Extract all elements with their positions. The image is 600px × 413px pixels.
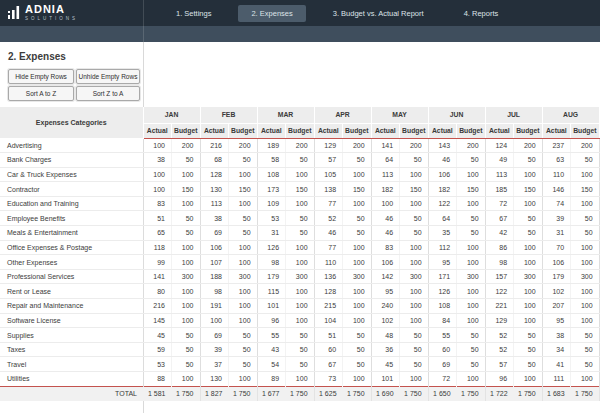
value-cell[interactable]: 57 [314,153,343,168]
value-cell[interactable]: 50 [514,226,543,241]
value-cell[interactable]: 74 [542,196,571,211]
value-cell[interactable]: 207 [542,299,571,314]
value-cell[interactable]: 50 [172,153,201,168]
value-cell[interactable]: 129 [314,138,343,153]
value-cell[interactable]: 100 [343,284,372,299]
value-cell[interactable]: 50 [343,211,372,226]
value-cell[interactable]: 106 [542,255,571,270]
value-cell[interactable]: 300 [286,269,315,284]
value-cell[interactable]: 150 [571,182,600,197]
value-cell[interactable]: 106 [428,167,457,182]
value-cell[interactable]: 108 [428,299,457,314]
value-cell[interactable]: 179 [542,269,571,284]
category-cell[interactable]: Taxes [0,342,143,357]
value-cell[interactable]: 100 [343,313,372,328]
value-cell[interactable]: 300 [172,269,201,284]
value-cell[interactable]: 50 [343,357,372,372]
value-cell[interactable]: 50 [229,357,258,372]
value-cell[interactable]: 45 [143,328,172,343]
value-cell[interactable]: 34 [542,342,571,357]
value-cell[interactable]: 46 [371,226,400,241]
nav-tab-3[interactable]: 3. Budget vs. Actual Report [320,5,437,22]
value-cell[interactable]: 100 [371,196,400,211]
unhide-empty-rows-button[interactable]: Unhide Empty Rows [76,69,140,84]
value-cell[interactable]: 100 [229,240,258,255]
value-cell[interactable]: 128 [314,284,343,299]
value-cell[interactable]: 50 [286,328,315,343]
value-cell[interactable]: 50 [172,226,201,241]
value-cell[interactable]: 100 [172,284,201,299]
value-cell[interactable]: 102 [542,284,571,299]
value-cell[interactable]: 300 [229,269,258,284]
category-cell[interactable]: Utilities [0,372,143,387]
value-cell[interactable]: 50 [400,211,429,226]
value-cell[interactable]: 50 [172,211,201,226]
value-cell[interactable]: 122 [485,284,514,299]
value-cell[interactable]: 100 [172,196,201,211]
value-cell[interactable]: 100 [571,284,600,299]
value-cell[interactable]: 37 [200,357,229,372]
value-cell[interactable]: 100 [286,240,315,255]
value-cell[interactable]: 150 [343,182,372,197]
category-cell[interactable]: Meals & Entertainment [0,226,143,241]
value-cell[interactable]: 111 [542,372,571,387]
value-cell[interactable]: 104 [314,313,343,328]
value-cell[interactable]: 95 [371,284,400,299]
value-cell[interactable]: 58 [257,153,286,168]
value-cell[interactable]: 59 [143,342,172,357]
value-cell[interactable]: 173 [257,182,286,197]
value-cell[interactable]: 100 [514,167,543,182]
value-cell[interactable]: 191 [200,299,229,314]
value-cell[interactable]: 200 [514,138,543,153]
value-cell[interactable]: 60 [314,342,343,357]
value-cell[interactable]: 42 [485,226,514,241]
value-cell[interactable]: 53 [257,211,286,226]
value-cell[interactable]: 50 [571,357,600,372]
value-cell[interactable]: 100 [457,196,486,211]
value-cell[interactable]: 31 [542,226,571,241]
value-cell[interactable]: 216 [200,138,229,153]
value-cell[interactable]: 100 [457,299,486,314]
value-cell[interactable]: 50 [400,342,429,357]
value-cell[interactable]: 100 [571,255,600,270]
value-cell[interactable]: 100 [229,284,258,299]
value-cell[interactable]: 142 [371,269,400,284]
value-cell[interactable]: 50 [400,328,429,343]
value-cell[interactable]: 100 [286,372,315,387]
value-cell[interactable]: 100 [400,313,429,328]
value-cell[interactable]: 50 [514,153,543,168]
value-cell[interactable]: 100 [286,299,315,314]
value-cell[interactable]: 99 [143,255,172,270]
value-cell[interactable]: 50 [400,357,429,372]
value-cell[interactable]: 130 [200,182,229,197]
value-cell[interactable]: 112 [428,240,457,255]
value-cell[interactable]: 240 [371,299,400,314]
value-cell[interactable]: 136 [314,269,343,284]
value-cell[interactable]: 65 [143,226,172,241]
value-cell[interactable]: 50 [457,328,486,343]
value-cell[interactable]: 100 [571,299,600,314]
value-cell[interactable]: 100 [229,167,258,182]
value-cell[interactable]: 100 [172,313,201,328]
value-cell[interactable]: 69 [200,328,229,343]
value-cell[interactable]: 57 [485,357,514,372]
category-cell[interactable]: Other Expenses [0,255,143,270]
value-cell[interactable]: 100 [143,182,172,197]
value-cell[interactable]: 49 [485,153,514,168]
value-cell[interactable]: 200 [343,138,372,153]
value-cell[interactable]: 129 [485,313,514,328]
value-cell[interactable]: 50 [457,357,486,372]
value-cell[interactable]: 50 [229,211,258,226]
value-cell[interactable]: 50 [514,328,543,343]
value-cell[interactable]: 215 [314,299,343,314]
value-cell[interactable]: 50 [286,153,315,168]
category-cell[interactable]: Rent or Lease [0,284,143,299]
value-cell[interactable]: 83 [143,196,172,211]
value-cell[interactable]: 38 [542,328,571,343]
value-cell[interactable]: 100 [400,284,429,299]
sort-z-to-a-button[interactable]: Sort Z to A [76,86,140,101]
value-cell[interactable]: 46 [371,211,400,226]
value-cell[interactable]: 100 [343,255,372,270]
value-cell[interactable]: 118 [143,240,172,255]
value-cell[interactable]: 64 [428,211,457,226]
